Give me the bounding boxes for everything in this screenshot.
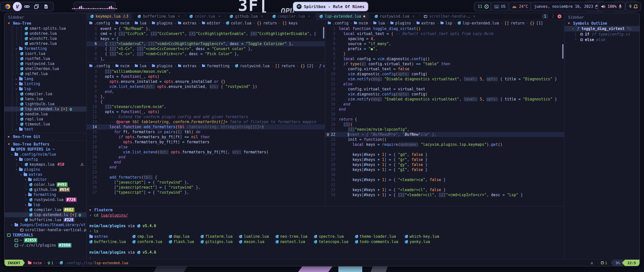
breadcrumb-folder[interactable]: extras [421, 21, 435, 25]
tree-item[interactable]: │ │ rustfmt.lua [5, 56, 86, 61]
tabpage-number[interactable]: 1 [542, 14, 548, 19]
breadcrumb-symbol[interactable]: [1] [536, 21, 543, 25]
breadcrumb-folder[interactable]: .config [94, 21, 110, 25]
tab-lsp-extended-lua[interactable]: lsp-extended.lua [316, 13, 369, 20]
weather-widget[interactable]: 24°C [508, 2, 532, 11]
scrollbar-handle[interactable] [323, 27, 324, 39]
breadcrumb-folder[interactable]: nvim [120, 64, 129, 68]
tree-item[interactable]: │ │ neodim.lua [5, 112, 86, 117]
scrollbar-handle[interactable] [562, 44, 564, 59]
tree-item[interactable]: │ └ sqlfmt.lua [5, 71, 86, 76]
updates-widget[interactable]: 11 [474, 2, 492, 11]
tree-item[interactable]: │ │ lens.lua [5, 96, 86, 101]
breadcrumb-folder[interactable]: nvim [359, 21, 368, 25]
tree-item[interactable]: │ │ repl.lua [5, 117, 86, 122]
workspace-windows[interactable] [32, 2, 41, 11]
tree-item[interactable]: │ ▸linting [5, 81, 86, 86]
tree-item[interactable]: │ │ │ winshift.lua [5, 36, 86, 41]
notifications-widget[interactable]: 9 [625, 2, 641, 11]
breadcrumb-folder[interactable]: .config [333, 21, 348, 25]
symbol-item[interactable]: ├ ifif type(config.vi [565, 31, 639, 37]
tree-item[interactable]: │ │ │ smart-splits.lua [5, 26, 86, 31]
tree-item[interactable]: OPEN BUFFERS in ~ [5, 147, 86, 152]
tree-item[interactable]: └ github.lua#654 [5, 187, 86, 192]
breadcrumb-symbol[interactable]: keys [289, 21, 298, 25]
audio-widget[interactable]: 100% [597, 2, 625, 11]
tab-compiler-lua[interactable]: compiler.lua× [269, 13, 314, 20]
tree-item[interactable]: ▾config [5, 157, 86, 162]
breadcrumb-folder[interactable]: extras [183, 64, 196, 68]
breadcrumb-symbol[interactable]: return [281, 64, 295, 68]
tab-color-lua[interactable]: color.lua× [186, 13, 224, 20]
workspace-gamepad[interactable] [22, 2, 32, 11]
breadcrumb-folder[interactable]: nvim [120, 21, 129, 25]
breadcrumb-folder[interactable]: plugins [395, 21, 411, 25]
tree-item[interactable]: │ └ timeout.lua [5, 122, 86, 127]
breadcrumb-file[interactable]: color.lua [231, 21, 251, 25]
breadcrumb-folder[interactable]: extras [183, 21, 196, 25]
tree-item[interactable]: │ │ isort.lua [5, 51, 86, 56]
breadcrumb-folder[interactable]: lua [140, 64, 146, 68]
tree-item[interactable]: │ │ └ worktree.lua [5, 41, 86, 46]
tab-github-lua[interactable]: github.lua× [226, 13, 266, 20]
tree-item[interactable]: ▾lsp [5, 202, 86, 207]
close-icon[interactable]: × [308, 14, 310, 19]
tree-item[interactable]: ▾formatting [5, 192, 86, 197]
breadcrumb-folder[interactable]: lsp [445, 21, 452, 25]
keyboard-layout-widget[interactable]: US [491, 2, 509, 11]
tab-scrollbar-handle-[interactable]: scrollbar-handle-…× [420, 13, 479, 20]
tab-keymaps-lua[interactable]: keymaps.lua⚠3 [87, 13, 132, 20]
breadcrumb-symbol[interactable]: opts [323, 64, 325, 68]
workspace-neovim-active[interactable]: V [13, 2, 22, 11]
close-icon[interactable]: × [261, 14, 263, 19]
close-all-icon[interactable]: × [557, 14, 561, 18]
breadcrumb-file[interactable]: lsp-extended.lua [463, 21, 499, 25]
close-icon[interactable]: × [412, 14, 415, 19]
tree-item[interactable]: │ ▾lsp [5, 86, 86, 91]
breadcrumb-symbol[interactable]: return [511, 21, 524, 25]
terminal-item[interactable]: ~#2859 [5, 238, 86, 243]
tree-item[interactable]: │ compiler.lua#682 [5, 207, 86, 212]
now-playing-widget[interactable]: Spiritbox - Rule Of Nines [293, 2, 368, 11]
close-icon[interactable]: × [178, 14, 180, 19]
floaterm-panel[interactable]: ▼ Floaterm › cd lua/plugins/nvim/lua/plu… [87, 206, 564, 259]
tree-item[interactable]: │ │ rustywind.lua [5, 61, 86, 66]
workspace-document[interactable] [41, 2, 51, 11]
breadcrumb-folder[interactable]: lua [378, 21, 385, 25]
tree-item[interactable]: │ ▸test [5, 127, 86, 132]
section-neotree-buffers[interactable]: ▼ Neo-Tree Buffers [5, 142, 86, 147]
tree-item[interactable]: │ ▾formatting [5, 46, 86, 51]
tree-item[interactable]: │ │ lsp-extended.lu[+] [5, 107, 86, 112]
tree-item[interactable]: └ scrollbar-handle-vertical.p [5, 227, 86, 232]
tab-bufferline-lua[interactable]: bufferline.lua× [134, 13, 183, 20]
breadcrumb-symbol[interactable]: return [263, 21, 277, 25]
close-icon[interactable]: × [473, 14, 475, 19]
tree-item[interactable]: │ │ compiler.lua [5, 91, 86, 96]
tree-item[interactable]: └ lsp-extended.lu[+] [5, 212, 86, 217]
breadcrumb-folder[interactable]: plugins [157, 64, 173, 68]
close-icon[interactable]: × [218, 14, 220, 19]
symbol-item[interactable]: ▾ƒtoggle_diag_virtextfu [565, 26, 639, 31]
tab-rustywind-lua[interactable]: rustywind.lua× [371, 13, 418, 20]
tree-item[interactable]: ▾Juegos/Indies/SteamLibrary/st [5, 222, 86, 227]
breadcrumb-symbol[interactable]: [2] [307, 64, 314, 68]
tree-item[interactable]: │ color.lua#493 [5, 182, 86, 187]
tree-item[interactable]: ▾editor [5, 177, 86, 182]
tabpage-number[interactable]: 2 [551, 14, 555, 19]
breadcrumb-folder[interactable]: formatting [207, 64, 229, 68]
breadcrumb-folder[interactable]: lua [140, 21, 146, 25]
tree-item[interactable]: └ bufferline.lua#328 [5, 217, 86, 222]
date-widget[interactable]: jueves, noviembre 16, 2023 [530, 2, 603, 11]
section-terminals[interactable]: TERMINALS [5, 232, 86, 238]
tree-item[interactable]: ▾extras [5, 172, 86, 177]
section-neotree-git[interactable]: ▶ Neo-Tree Git [5, 134, 86, 139]
tree-item[interactable]: └ rustywind.lua#726 [5, 197, 86, 202]
pane-color-lua[interactable]: .config›nvim›lua›plugins›extras›editor›c… [87, 20, 325, 63]
pane-rustywind-lua[interactable]: .config›nvim›lua›plugins›extras›formatti… [87, 63, 325, 206]
breadcrumb-folder[interactable]: .config [94, 64, 110, 68]
tree-item[interactable]: │ ▸lang [5, 76, 86, 81]
tree-item[interactable]: │ │ │ undotree.lua [5, 31, 86, 36]
tree-item[interactable]: │ │ lightbulb.lua [5, 101, 86, 107]
tree-item[interactable]: ▾.config/nvim/lua [5, 152, 86, 157]
tree-item[interactable]: │ └ keymaps.lua#10⚠ [5, 162, 86, 167]
